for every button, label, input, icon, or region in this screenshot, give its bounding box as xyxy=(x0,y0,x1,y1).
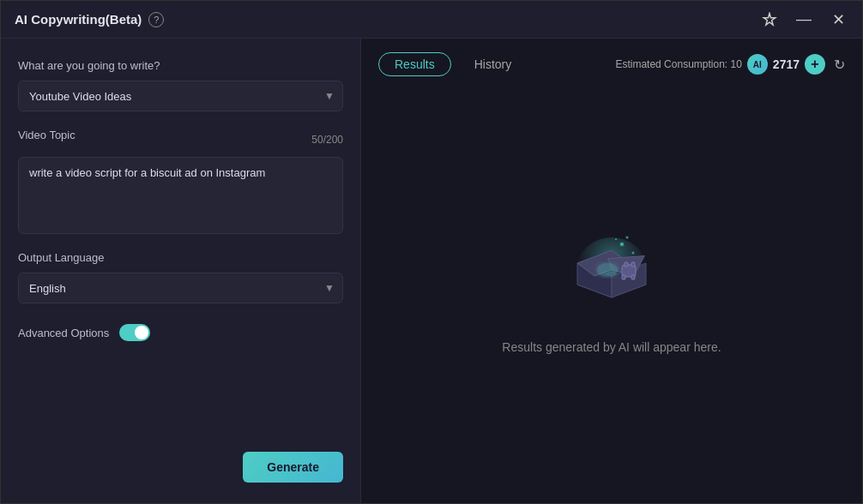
svg-point-8 xyxy=(632,252,635,255)
title-left: AI Copywriting(Beta) ? xyxy=(15,12,164,27)
results-tab[interactable]: Results xyxy=(378,52,451,76)
output-language-label: Output Language xyxy=(18,251,343,264)
char-count: 50/200 xyxy=(311,134,343,146)
title-bar: AI Copywriting(Beta) ? — ✕ xyxy=(1,1,862,39)
svg-rect-13 xyxy=(631,262,635,267)
advanced-options-toggle[interactable] xyxy=(119,324,150,341)
history-tab[interactable]: History xyxy=(458,52,528,76)
empty-state: Results generated by AI will appear here… xyxy=(378,93,845,489)
app-title: AI Copywriting(Beta) xyxy=(15,12,142,27)
svg-rect-15 xyxy=(631,275,635,279)
svg-point-6 xyxy=(597,263,618,277)
empty-state-text: Results generated by AI will appear here… xyxy=(502,340,721,354)
estimated-label: Estimated Consumption: 10 xyxy=(615,58,741,70)
svg-rect-12 xyxy=(625,262,628,267)
empty-state-illustration xyxy=(560,229,663,323)
ai-badge: AI xyxy=(747,54,768,75)
content-type-wrapper: Youtube Video Ideas Blog Post Social Med… xyxy=(18,81,343,111)
minimize-button[interactable]: — xyxy=(794,9,814,30)
credits-info: Estimated Consumption: 10 AI 2717 + ↻ xyxy=(615,54,845,75)
add-credits-button[interactable]: + xyxy=(805,54,825,75)
generate-button[interactable]: Generate xyxy=(243,452,343,483)
left-panel: What are you going to write? Youtube Vid… xyxy=(1,39,361,503)
content-type-dropdown[interactable]: Youtube Video Ideas Blog Post Social Med… xyxy=(18,81,343,111)
video-topic-label: Video Topic xyxy=(18,129,75,141)
advanced-options-row: Advanced Options xyxy=(18,324,343,341)
svg-point-7 xyxy=(620,243,624,246)
video-topic-header: Video Topic 50/200 xyxy=(18,129,343,150)
language-dropdown[interactable]: English Spanish French German Chinese xyxy=(18,273,343,303)
main-content: What are you going to write? Youtube Vid… xyxy=(1,39,862,503)
refresh-button[interactable]: ↻ xyxy=(834,57,845,73)
title-controls: — ✕ xyxy=(759,9,848,30)
generate-btn-wrapper: Generate xyxy=(18,435,343,483)
video-topic-input[interactable] xyxy=(18,157,343,234)
language-wrapper: English Spanish French German Chinese ▼ xyxy=(18,273,343,303)
advanced-options-label: Advanced Options xyxy=(18,327,109,339)
svg-point-9 xyxy=(615,238,617,240)
help-icon[interactable]: ? xyxy=(148,12,164,27)
right-header: Results History Estimated Consumption: 1… xyxy=(378,52,845,76)
app-window: AI Copywriting(Beta) ? — ✕ What are you … xyxy=(0,0,863,504)
close-button[interactable]: ✕ xyxy=(828,9,848,30)
prompt-label: What are you going to write? xyxy=(18,59,343,72)
pin-button[interactable] xyxy=(759,9,780,30)
right-panel: Results History Estimated Consumption: 1… xyxy=(361,39,862,503)
svg-point-10 xyxy=(626,237,629,239)
svg-rect-14 xyxy=(622,275,625,279)
credits-count: 2717 xyxy=(773,57,800,71)
